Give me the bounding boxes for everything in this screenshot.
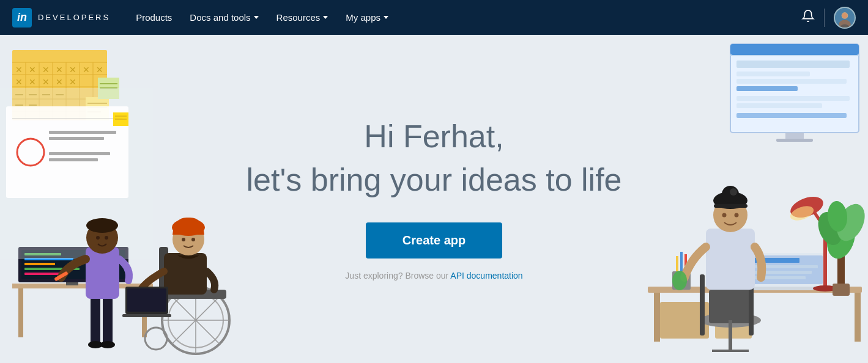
svg-point-99 [172,219,205,236]
svg-point-142 [735,213,739,218]
svg-rect-68 [49,131,116,134]
svg-rect-70 [49,152,110,155]
svg-rect-94 [164,253,207,295]
user-avatar[interactable] [834,7,856,29]
explore-text: Just exploring? Browse our API documenta… [246,271,621,280]
svg-rect-124 [833,284,850,296]
svg-rect-71 [49,158,98,161]
svg-rect-75 [91,296,100,345]
nav-docs-tools-label: Docs and tools [190,12,250,23]
svg-rect-79 [86,247,119,299]
hero-section: ✕ ✕ ✕ ✕ ✕ ✕ ✕ ✕ ✕ ✕ ✕ ✕ [0,35,868,363]
svg-rect-76 [103,296,113,345]
explore-prefix: Just exploring? Browse our [345,271,450,280]
svg-rect-104 [855,293,861,342]
svg-point-81 [86,218,118,233]
svg-point-140 [730,188,737,196]
svg-rect-97 [122,314,171,317]
svg-rect-135 [706,229,755,290]
svg-point-100 [182,238,185,241]
nav-products-label: Products [136,12,172,23]
nav-resources-label: Resources [276,12,321,23]
svg-rect-143 [714,204,747,208]
svg-rect-54 [18,288,23,337]
nav-my-apps-label: My apps [346,12,380,23]
brand-logo[interactable]: in DEVELOPERS [12,8,110,28]
nav-divider [824,9,825,27]
hero-subtitle: let's bring your ideas to life [246,161,621,198]
svg-rect-131 [700,274,705,336]
nav-docs-tools[interactable]: Docs and tools [182,7,265,28]
nav-resources[interactable]: Resources [269,7,336,28]
right-scene-illustration [611,57,868,363]
hero-content: Hi Ferhat, let's bring your ideas to lif… [246,117,621,280]
svg-point-83 [105,236,108,240]
svg-point-136 [672,271,687,290]
svg-point-91 [145,328,167,350]
svg-point-82 [96,236,100,240]
brand-title: DEVELOPERS [38,13,110,22]
svg-point-139 [722,186,739,203]
svg-point-3 [842,13,848,18]
nav-menu: Products Docs and tools Resources My app… [128,7,801,28]
svg-point-78 [100,341,115,348]
svg-rect-63 [66,282,78,285]
hero-greeting: Hi Ferhat, [246,117,621,155]
svg-rect-42 [730,44,859,55]
nav-my-apps[interactable]: My apps [338,7,396,28]
nav-products[interactable]: Products [128,7,179,28]
navbar: in DEVELOPERS Products Docs and tools Re… [0,0,868,35]
svg-point-101 [191,238,195,241]
notifications-bell-icon[interactable] [801,9,815,26]
svg-rect-96 [127,288,166,312]
my-apps-chevron-icon [384,16,388,19]
svg-rect-43 [730,55,859,56]
api-documentation-link[interactable]: API documentation [450,271,522,280]
navbar-right [801,7,856,29]
svg-rect-130 [709,290,752,323]
resources-chevron-icon [323,16,328,19]
create-app-button[interactable]: Create app [366,222,502,258]
svg-rect-60 [24,263,55,265]
linkedin-icon: in [12,8,32,28]
left-scene-illustration [0,57,281,363]
svg-rect-69 [49,137,104,140]
svg-rect-103 [654,293,660,342]
docs-tools-chevron-icon [254,16,259,19]
svg-point-141 [722,213,727,218]
